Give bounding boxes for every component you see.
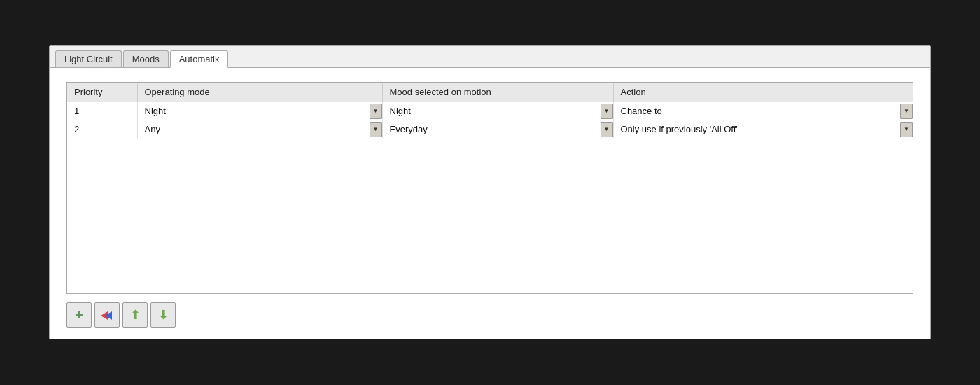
toolbar: + ⬆ ⬇ — [66, 302, 913, 328]
operating-mode-dropdown-btn[interactable] — [370, 122, 382, 137]
tab-moods[interactable]: Moods — [123, 50, 169, 67]
mood-dropdown-btn[interactable] — [601, 122, 613, 137]
cell-action: Chance to — [613, 102, 913, 120]
move-up-button[interactable]: ⬆ — [122, 302, 148, 328]
cell-priority: 1 — [67, 102, 137, 120]
cell-priority: 2 — [67, 120, 137, 139]
cell-operating-mode: Night — [137, 102, 382, 120]
cell-operating-mode: Any — [137, 120, 382, 139]
col-header-priority: Priority — [67, 83, 137, 102]
delete-button[interactable] — [94, 302, 120, 328]
tab-automatik[interactable]: Automatik — [170, 50, 229, 68]
add-icon: + — [75, 308, 83, 322]
cell-mood: Night — [382, 102, 613, 120]
col-header-opmode: Operating mode — [137, 83, 382, 102]
eraser-icon — [101, 310, 113, 320]
action-dropdown-btn[interactable] — [900, 122, 913, 137]
cell-action: Only use if previously 'All Off' — [613, 120, 913, 139]
arrow-down-icon: ⬇ — [158, 307, 169, 323]
main-window: Light Circuit Moods Automatik Priority O… — [49, 46, 931, 340]
arrow-up-icon: ⬆ — [130, 307, 141, 323]
table-row: 2AnyEverydayOnly use if previously 'All … — [67, 120, 913, 139]
action-dropdown-btn[interactable] — [900, 104, 913, 119]
add-button[interactable]: + — [66, 302, 92, 328]
col-header-action: Action — [613, 83, 913, 102]
automation-table: Priority Operating mode Mood selected on… — [67, 83, 913, 138]
tab-bar: Light Circuit Moods Automatik — [50, 46, 930, 68]
cell-mood: Everyday — [382, 120, 613, 139]
mood-dropdown-btn[interactable] — [601, 104, 613, 119]
col-header-mood: Mood selected on motion — [382, 83, 613, 102]
table-row: 1NightNightChance to — [67, 102, 913, 120]
tab-light-circuit[interactable]: Light Circuit — [55, 50, 122, 67]
data-table-container: Priority Operating mode Mood selected on… — [66, 82, 913, 294]
operating-mode-dropdown-btn[interactable] — [370, 104, 382, 119]
move-down-button[interactable]: ⬇ — [150, 302, 176, 328]
content-area: Priority Operating mode Mood selected on… — [50, 68, 930, 339]
